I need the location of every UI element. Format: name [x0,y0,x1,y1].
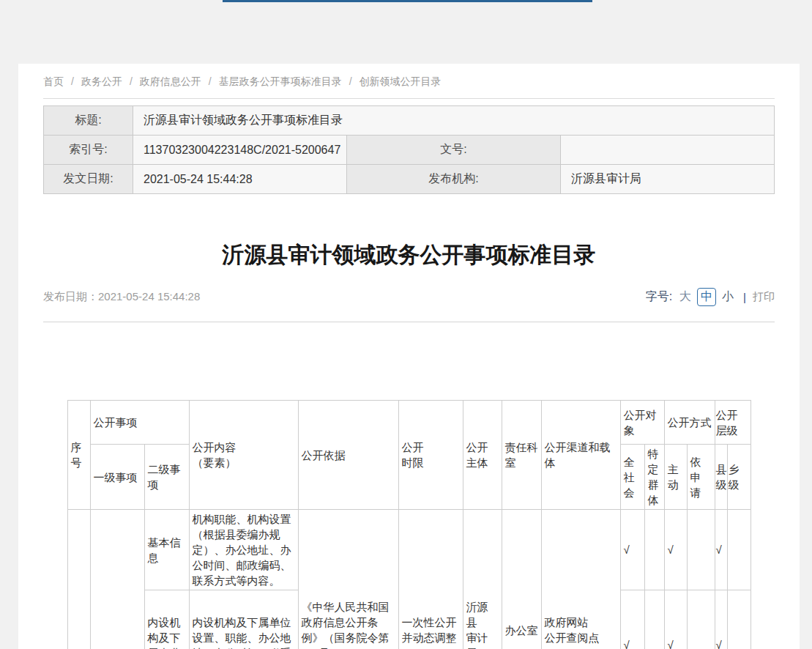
cell-proactive-check-row2: √ [664,590,687,649]
header-cell-county-level: 县 级 [715,445,727,510]
content-card: 首页/政务公开/政府信息公开/基层政务公开事项标准目录/创新领域公开目录 标题:… [18,64,800,649]
breadcrumb-separator: / [130,75,133,87]
cell-level2-item-row1: 基本信 息 [144,510,189,590]
cell-serial [67,510,90,649]
cell-level2-item-row2: 内设机 构及下 属事业 单位 [144,590,189,649]
meta-date-label: 发文日期: [44,165,133,194]
cell-township-row2 [727,590,750,649]
vertical-divider: | [743,291,746,303]
meta-org-label: 发布机构: [347,165,561,194]
font-size-label: 字号: [646,289,672,305]
breadcrumb-item-jiceng[interactable]: 基层政务公开事项标准目录 [219,75,342,87]
cell-whole-society-check-row1: √ [620,510,644,590]
header-cell-audience: 公开对 象 [620,401,664,445]
breadcrumb-item-xinxi[interactable]: 政府信息公开 [140,75,201,87]
header-cell-channel: 公开渠道和载 体 [541,401,620,510]
cell-basis-merged: 《中华人民共和国 政府信息公开条 例》（国务院令第 711号） [298,510,398,649]
meta-date-value: 2021-05-24 15:44:28 [133,165,347,194]
header-cell-specific-group: 特 定 群 体 [644,445,664,510]
header-cell-disclosure-item: 公开事项 [90,401,189,445]
font-size-small-button[interactable]: 小 [722,289,734,305]
header-cell-level1-item: 一级事项 [90,445,144,510]
page-title: 沂源县审计领域政务公开事项标准目录 [43,241,775,269]
header-cell-township-level: 乡 级 [727,445,750,510]
cell-on-request-row1 [687,510,715,590]
cell-specific-group-row2 [644,590,664,649]
publish-row: 发布日期：2021-05-24 15:44:28 字号: 大 中 小 | 打印 [43,288,775,306]
cell-county-check-row1: √ [715,510,727,590]
breadcrumb-separator: / [349,75,352,87]
header-cell-content: 公开内容 （要素） [189,401,298,510]
top-nav-edge [223,0,592,2]
header-cell-basis: 公开依据 [298,401,398,510]
header-cell-level: 公开 层级 [715,401,750,445]
breadcrumb: 首页/政务公开/政府信息公开/基层政务公开事项标准目录/创新领域公开目录 [43,64,775,87]
publish-date-value: 2021-05-24 15:44:28 [98,290,200,303]
meta-title-label: 标题: [44,106,133,136]
article-divider [43,322,775,322]
header-cell-serial: 序号 [67,401,90,510]
publish-date: 发布日期：2021-05-24 15:44:28 [43,290,200,304]
cell-channel-merged: 政府网站 公开查阅点 [541,510,620,649]
meta-index-value: 11370323004223148C/2021-5200647 [133,136,347,165]
header-cell-time-limit: 公开 时限 [398,401,463,510]
cell-proactive-check-row1: √ [664,510,687,590]
breadcrumb-separator: / [71,75,74,87]
header-cell-whole-society: 全社 会 [620,445,644,510]
meta-docnum-value [561,136,775,165]
meta-index-label: 索引号: [44,136,133,165]
cell-township-row1 [727,510,750,590]
header-cell-level2-item: 二级事 项 [144,445,189,510]
cell-subject-merged: 沂源县 审计局 [463,510,502,649]
font-size-controls: 字号: 大 中 小 | 打印 [646,288,775,306]
cell-county-check-row2: √ [715,590,727,649]
cell-content-row1: 机构职能、机构设置 （根据县委编办规 定）、办公地址、办 公时间、邮政编码、 联… [189,510,298,590]
header-cell-method: 公开方式 [664,401,715,445]
document-meta-table: 标题: 沂源县审计领域政务公开事项标准目录 索引号: 1137032300422… [43,105,775,194]
cell-whole-society-check-row2: √ [620,590,644,649]
breadcrumb-item-home[interactable]: 首页 [43,75,64,87]
meta-title-value: 沂源县审计领域政务公开事项标准目录 [133,106,775,136]
header-cell-subject: 公开 主体 [463,401,502,510]
breadcrumb-item-chuangxin[interactable]: 创新领域公开目录 [360,75,442,87]
publish-date-label: 发布日期： [43,290,98,303]
cell-time-limit-merged: 一次性公开 并动态调整 [398,510,463,649]
cell-specific-group-row1 [644,510,664,590]
header-cell-on-request: 依申 请 [687,445,715,510]
font-size-medium-button[interactable]: 中 [697,288,716,306]
header-cell-department: 责任科 室 [502,401,541,510]
print-button[interactable]: 打印 [753,290,775,304]
cell-on-request-row2 [687,590,715,649]
meta-org-value: 沂源县审计局 [561,165,775,194]
header-cell-proactive: 主 动 [664,445,687,510]
cell-department-merged: 办公室 [502,510,541,649]
breadcrumb-item-zhengwu[interactable]: 政务公开 [81,75,122,87]
breadcrumb-separator: / [209,75,212,87]
catalog-table: 序号 公开事项 公开内容 （要素） 公开依据 公开 时限 公开 主体 责任科 室… [67,400,751,649]
cell-content-row2: 内设机构及下属单位 设置、职能、办公地 址、办公时间、联系 方式、负责人姓名等 [189,590,298,649]
meta-docnum-label: 文号: [347,136,561,165]
breadcrumb-divider [43,98,775,99]
font-size-large-button[interactable]: 大 [679,289,691,305]
cell-level1-item [90,510,144,649]
